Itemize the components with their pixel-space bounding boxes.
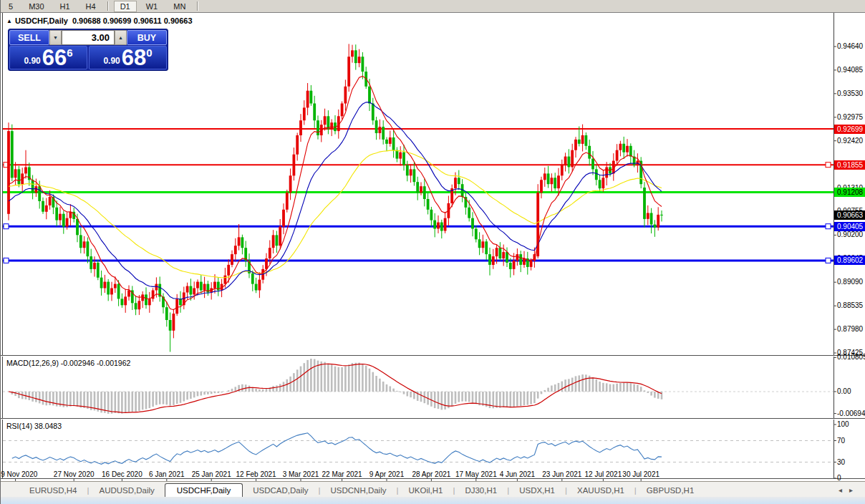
timeframe-button-5[interactable]: 5	[2, 1, 19, 12]
buy-price-display[interactable]: 0.90 68 0	[89, 46, 167, 69]
timeframe-button-h4[interactable]: H4	[79, 1, 102, 12]
symbol-quotes: 0.90688 0.90699 0.90611 0.90663	[72, 16, 193, 25]
price-line-badge-0.90405: 0.90405	[834, 222, 865, 231]
tab-eurusd-h4[interactable]: EURUSD,H4	[19, 484, 87, 497]
bottom-strip	[1, 497, 865, 504]
toolbar-separator	[107, 1, 109, 11]
hline-handle-right[interactable]	[826, 258, 831, 263]
time-axis-label: 9 Apr 2021	[369, 470, 404, 478]
hline-handle-left[interactable]	[4, 224, 9, 229]
chart-plot	[1, 12, 865, 481]
time-axis-label: 9 Nov 2020	[1, 470, 37, 478]
sell-price-pip-digit: 6	[67, 47, 72, 59]
lot-size-input[interactable]	[62, 30, 115, 45]
buy-price-base: 0.90	[103, 56, 120, 66]
rsi-axis-label: 30	[837, 458, 845, 466]
macd-axis-label: 0.00	[837, 387, 851, 395]
price-line-badge-0.91208: 0.91208	[834, 188, 865, 197]
tab-scroll-right-icon[interactable]: ▸	[849, 486, 860, 494]
tab-usdcnh-daily[interactable]: USDCNH,Daily	[321, 484, 397, 497]
timeframe-button-h1[interactable]: H1	[54, 1, 77, 12]
tab-usdchf-daily[interactable]: USDCHF,Daily	[165, 483, 243, 497]
rsi-line	[12, 433, 662, 465]
hline-handle-right[interactable]	[826, 224, 831, 229]
timeframe-button-w1[interactable]: W1	[140, 1, 165, 12]
hline-handle-left[interactable]	[4, 258, 9, 263]
tab-gbpusd-h1[interactable]: GBPUSD,H1	[637, 484, 704, 497]
buy-button[interactable]: BUY	[127, 30, 167, 45]
rsi-axis-label: 100	[837, 420, 849, 428]
tab-usdcad-daily[interactable]: USDCAD,Daily	[243, 484, 318, 497]
chart-symbol-title: ▲USDCHF,Daily0.90688 0.90699 0.90611 0.9…	[6, 16, 193, 25]
trading-platform-window: 5M30H1H4D1W1MN 0.946400.940850.935300.92…	[0, 0, 865, 504]
timeframe-button-m30[interactable]: M30	[22, 1, 50, 12]
macd-indicator-label: MACD(12,26,9) -0.002946 -0.001962	[6, 359, 130, 367]
sell-price-base: 0.90	[24, 56, 40, 66]
rsi-indicator-label: RSI(14) 38.0483	[6, 422, 62, 430]
sell-price-display[interactable]: 0.90 66 6	[9, 46, 87, 69]
hline-handle-right[interactable]	[826, 163, 831, 168]
chart-area: 0.946400.940850.935300.929750.924200.918…	[1, 12, 865, 481]
price-axis-label: 0.88535	[837, 301, 863, 309]
time-axis-label: 30 Jul 2021	[622, 470, 659, 478]
price-line-badge-0.89602: 0.89602	[834, 256, 865, 265]
time-axis-label: 12 Jul 2021	[585, 470, 622, 478]
time-axis-label: 25 Jan 2021	[192, 470, 231, 478]
lot-increase-button[interactable]: ▲	[115, 30, 127, 45]
time-axis-label: 6 Jan 2021	[149, 470, 185, 478]
time-axis-label: 12 Feb 2021	[236, 470, 276, 478]
lot-decrease-button[interactable]: ▼	[49, 30, 62, 45]
price-line-badge-0.92699: 0.92699	[834, 125, 865, 134]
collapse-triangle-icon[interactable]: ▲	[6, 18, 12, 24]
price-axis-label: 0.94085	[837, 66, 863, 74]
time-axis-label: 27 Nov 2020	[54, 470, 95, 478]
tab-ukoil-h1[interactable]: UKOil,H1	[398, 484, 453, 497]
tab-dj30-h1[interactable]: DJ30,H1	[455, 484, 507, 497]
timeframe-button-mn[interactable]: MN	[167, 1, 192, 12]
macd-axis-label: 0.010805	[837, 353, 865, 361]
price-axis-label: 0.94640	[837, 42, 863, 50]
rsi-axis-label: 70	[837, 437, 845, 445]
price-axis-label: 0.90200	[837, 231, 863, 238]
time-axis-label: 3 Mar 2021	[283, 470, 319, 478]
price-axis-label: 0.92420	[837, 137, 863, 145]
time-axis-label: 17 May 2021	[455, 470, 497, 478]
one-click-trading-panel: SELL ▼ ▲ BUY 0.90 66 6 0.90 68 0	[8, 29, 168, 71]
sell-price-big-digits: 66	[42, 47, 67, 68]
current-price-badge: 0.90663	[834, 210, 865, 220]
time-axis-label: 16 Dec 2020	[102, 470, 142, 478]
ma-slow-line	[9, 150, 662, 278]
time-axis-label: 28 Apr 2021	[412, 470, 450, 478]
price-axis-label: 0.93530	[837, 89, 863, 97]
sell-button[interactable]: SELL	[9, 30, 49, 45]
timeframe-toolbar: 5M30H1H4D1W1MN	[1, 0, 865, 13]
tab-audusd-daily[interactable]: AUDUSD,Daily	[89, 484, 164, 497]
buy-price-pip-digit: 0	[146, 47, 152, 59]
tab-scroll-left-icon[interactable]: ◂	[839, 486, 849, 494]
time-axis-label: 22 Mar 2021	[322, 470, 362, 478]
price-axis-label: 0.87980	[837, 325, 863, 333]
price-axis-label: 0.89090	[837, 278, 863, 286]
time-axis-label: 23 Jun 2021	[542, 470, 581, 478]
chart-tab-bar: EURUSD,H4|AUDUSD,DailyUSDCHF,DailyUSDCAD…	[1, 481, 865, 497]
price-line-badge-0.91855: 0.91855	[834, 160, 865, 170]
macd-axis-label: -0.006948	[837, 410, 865, 417]
timeframe-button-d1[interactable]: D1	[114, 1, 137, 12]
price-axis-label: 0.92975	[837, 113, 863, 121]
toolbar-separator	[197, 1, 198, 11]
tab-xauusd-h1[interactable]: XAUUSD,H1	[567, 484, 634, 497]
time-axis-label: 4 Jun 2021	[500, 470, 536, 478]
buy-price-big-digits: 68	[122, 47, 146, 68]
symbol-name: USDCHF,Daily	[15, 16, 68, 25]
tab-usdx-h1[interactable]: USDX,H1	[509, 484, 565, 497]
